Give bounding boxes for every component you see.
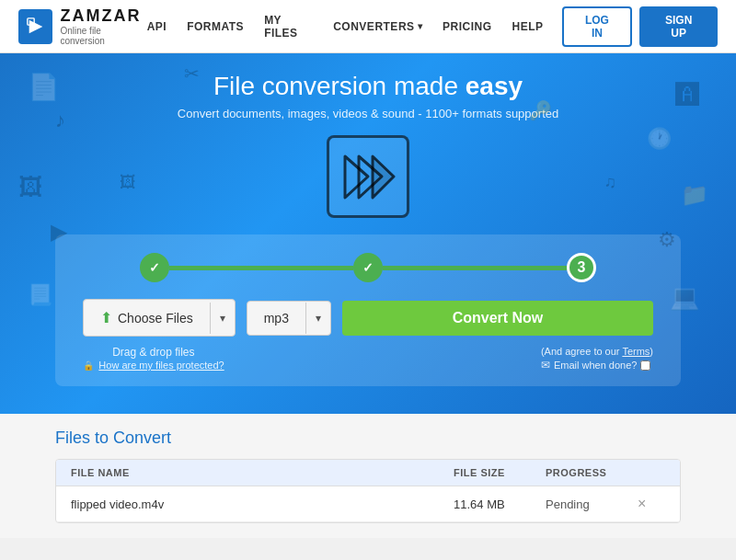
upload-icon: ⬆	[100, 309, 112, 326]
nav-api[interactable]: API	[147, 20, 167, 33]
logo-icon	[18, 9, 52, 44]
logo-area: ZAMZAR Online file conversion	[18, 6, 147, 46]
nav-my-files[interactable]: MY FILES	[264, 14, 313, 40]
step-1-circle: ✓	[140, 253, 169, 282]
login-button[interactable]: LOG IN	[562, 6, 633, 47]
file-status-cell: Pending	[546, 497, 638, 511]
header: ZAMZAR Online file conversion API FORMAT…	[0, 0, 736, 53]
step-2-circle: ✓	[353, 253, 383, 282]
logo-name: ZAMZAR	[60, 6, 146, 26]
nav-links: API FORMATS MY FILES CONVERTERS PRICING …	[147, 14, 544, 40]
drag-drop-text: Drag & drop files	[83, 346, 224, 359]
logo-tagline: Online file conversion	[60, 26, 146, 46]
format-dropdown-arrow[interactable]: ▾	[305, 303, 330, 334]
converter-box: ✓ ✓ 3 ⬆ Choose Files ▾ mp3 ▾ Convert No	[55, 234, 681, 386]
agree-text: (And agree to our	[541, 346, 622, 357]
file-name-cell: flipped video.m4v	[71, 497, 454, 511]
file-size-cell: 11.64 MB	[454, 497, 546, 511]
files-title: Files to Convert	[55, 429, 681, 448]
email-icon: ✉	[541, 359, 550, 371]
steps-row: ✓ ✓ 3	[83, 253, 653, 282]
choose-files-dropdown[interactable]: ▾	[210, 303, 235, 334]
step-3-circle: 3	[567, 253, 596, 282]
email-row: ✉ Email when done?	[541, 359, 653, 371]
convert-now-button[interactable]: Convert Now	[342, 301, 653, 336]
svg-marker-0	[29, 19, 42, 33]
remove-file-button[interactable]: ×	[638, 496, 646, 512]
file-action-cell: ×	[638, 496, 665, 512]
terms-row: (And agree to our Terms)	[541, 346, 653, 357]
col-header-progress: PROGRESS	[546, 467, 638, 478]
col-header-name: FILE NAME	[71, 467, 454, 478]
hero-title-normal: File conversion made	[213, 72, 466, 100]
choose-files-button[interactable]: ⬆ Choose Files ▾	[83, 299, 236, 337]
files-table: FILE NAME FILE SIZE PROGRESS flipped vid…	[55, 459, 681, 523]
play-box	[327, 135, 409, 218]
files-title-colored: Convert	[113, 429, 171, 447]
table-row: flipped video.m4v 11.64 MB Pending ×	[56, 486, 680, 522]
hero-title: File conversion made easy	[0, 72, 736, 101]
col-header-size: FILE SIZE	[454, 467, 546, 478]
nav-pricing[interactable]: PRICING	[443, 20, 492, 33]
format-select[interactable]: mp3 ▾	[247, 301, 331, 336]
bg-doc-icon: 📃	[28, 283, 52, 307]
files-section: Files to Convert FILE NAME FILE SIZE PRO…	[0, 414, 736, 538]
agree-end: )	[650, 346, 653, 357]
signup-button[interactable]: SIGN UP	[639, 6, 718, 47]
format-value: mp3	[247, 302, 305, 335]
helper-right: (And agree to our Terms) ✉ Email when do…	[541, 346, 653, 371]
choose-files-main[interactable]: ⬆ Choose Files	[84, 300, 210, 336]
nav-converters[interactable]: CONVERTERS	[333, 20, 422, 33]
lock-icon: 🔒	[83, 360, 94, 371]
email-checkbox[interactable]	[640, 360, 650, 371]
protection-link-row: 🔒 How are my files protected?	[83, 359, 224, 371]
logo-text: ZAMZAR Online file conversion	[60, 6, 146, 46]
controls-row: ⬆ Choose Files ▾ mp3 ▾ Convert Now	[83, 299, 653, 337]
step-line-2	[383, 266, 567, 270]
hero-section: 📄 ♪ 🖼 ▶ 📃 🅰 🕐 📁 ⚙ 💻 ✂ 🔑 🖼 ♫ File convers…	[0, 53, 736, 414]
files-table-header: FILE NAME FILE SIZE PROGRESS	[56, 460, 680, 486]
choose-files-label: Choose Files	[118, 311, 193, 326]
col-header-action	[638, 467, 665, 478]
svg-marker-4	[373, 156, 394, 198]
email-label: Email when done?	[554, 360, 638, 371]
files-title-normal: Files to	[55, 429, 113, 447]
helper-left: Drag & drop files 🔒 How are my files pro…	[83, 346, 224, 371]
protection-link[interactable]: How are my files protected?	[98, 360, 224, 371]
step-line-1	[169, 266, 353, 270]
helper-row: Drag & drop files 🔒 How are my files pro…	[83, 346, 653, 371]
nav-help[interactable]: HELP	[512, 20, 544, 33]
terms-link[interactable]: Terms	[622, 346, 650, 357]
nav-formats[interactable]: FORMATS	[187, 20, 244, 33]
hero-subtitle: Convert documents, images, videos & soun…	[0, 107, 736, 120]
hero-title-bold: easy	[466, 72, 523, 100]
hero-image	[0, 135, 736, 218]
